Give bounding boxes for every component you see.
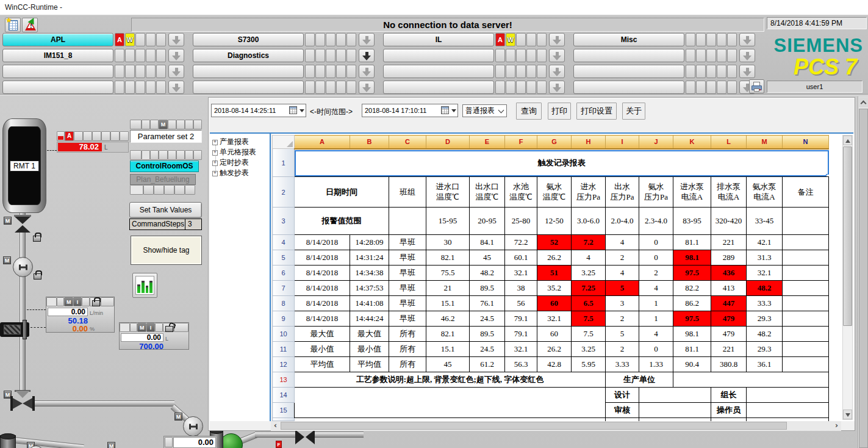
column-header-H[interactable]: H xyxy=(572,135,606,149)
print-report-button[interactable]: 打印 xyxy=(548,103,571,120)
tank-level-display[interactable]: A 78.02 L xyxy=(57,131,129,153)
nav-expand-arrow-icon[interactable] xyxy=(549,65,565,78)
alarm-range-label[interactable]: 报警值范围 xyxy=(295,208,389,235)
cell-value[interactable]: 2 xyxy=(606,311,639,327)
cell-value[interactable]: 89.5 xyxy=(470,281,505,296)
nav-button-empty[interactable] xyxy=(193,81,304,94)
cell-value[interactable]: 221 xyxy=(711,342,747,357)
cell-stat-label[interactable]: 平均值 xyxy=(295,357,350,372)
controlroom-button[interactable]: ControlRoomOS xyxy=(130,161,199,172)
cell-value[interactable]: 81.1 xyxy=(673,235,711,250)
cell-value[interactable]: 76.1 xyxy=(470,296,505,311)
nav-button-empty[interactable] xyxy=(573,81,684,94)
header-measurement[interactable]: 出水口 温度℃ xyxy=(470,177,505,208)
nav-expand-arrow-icon[interactable] xyxy=(359,65,375,78)
column-header-C[interactable]: C xyxy=(389,135,426,149)
cell-value[interactable]: 48.2 xyxy=(747,281,783,296)
scrollbar-thumb[interactable] xyxy=(281,422,787,430)
nav-button-empty[interactable] xyxy=(2,81,113,94)
column-header-N[interactable]: N xyxy=(783,135,829,149)
nav-expand-arrow-icon[interactable] xyxy=(549,81,565,94)
cell-value[interactable]: 46.2 xyxy=(426,311,470,327)
nav-button-empty[interactable] xyxy=(573,65,684,78)
cell-value[interactable]: 72.2 xyxy=(505,235,537,250)
sign-label[interactable]: 审核 xyxy=(606,403,639,418)
tree-item-0[interactable]: +产量报表 xyxy=(212,137,270,147)
cell-value[interactable]: 5.95 xyxy=(572,357,606,372)
cell-shift[interactable]: 早班 xyxy=(389,281,426,296)
cell-value[interactable]: 30 xyxy=(426,235,470,250)
cell-shift[interactable]: 所有 xyxy=(389,327,426,342)
cell-value[interactable]: 29.3 xyxy=(747,311,783,327)
nav-button-empty[interactable] xyxy=(573,49,684,62)
cell-value[interactable]: 2 xyxy=(639,266,673,281)
nav-button-empty[interactable] xyxy=(2,65,113,78)
header-shift[interactable]: 班组 xyxy=(389,177,426,208)
sheet-cell[interactable] xyxy=(747,388,829,403)
cell-shift[interactable]: 所有 xyxy=(389,357,426,372)
cell-value[interactable]: 32.1 xyxy=(505,342,537,357)
cell-value[interactable]: 26.2 xyxy=(537,250,572,266)
cell-time[interactable]: 14:31:24 xyxy=(350,250,389,266)
alarm-range-value[interactable]: 12-50 xyxy=(537,208,572,235)
row-header-15[interactable]: 15 xyxy=(273,403,295,418)
cell-time[interactable]: 14:37:53 xyxy=(350,281,389,296)
cell-value[interactable]: 79.1 xyxy=(505,311,537,327)
nav-expand-arrow-icon[interactable] xyxy=(739,65,755,78)
nav-expand-arrow-icon[interactable] xyxy=(359,49,375,62)
cell-value[interactable]: 82.1 xyxy=(426,327,470,342)
row-header-11[interactable]: 11 xyxy=(273,342,295,357)
row-header-9[interactable]: 9 xyxy=(273,311,295,327)
cell-stat-label[interactable]: 最大值 xyxy=(295,327,350,342)
cell-value[interactable]: 479 xyxy=(711,311,747,327)
cell-value[interactable]: 38 xyxy=(505,281,537,296)
cell-value[interactable]: 6.5 xyxy=(572,296,606,311)
header-note[interactable]: 备注 xyxy=(783,177,829,208)
cell-stat-label[interactable]: 平均值 xyxy=(350,357,389,372)
cell-value[interactable]: 79.1 xyxy=(505,327,537,342)
sheet-cell[interactable] xyxy=(389,208,426,235)
cell-date[interactable]: 8/14/2018 xyxy=(295,296,350,311)
nav-button-s7300[interactable]: S7300 xyxy=(193,33,304,46)
nav-expand-arrow-icon[interactable] xyxy=(359,33,375,46)
sheet-horizontal-scrollbar[interactable]: ‹ › xyxy=(271,421,841,431)
cell-value[interactable]: 479 xyxy=(711,327,747,342)
cell-value[interactable]: 81.1 xyxy=(673,342,711,357)
cell-value[interactable]: 60 xyxy=(537,296,572,311)
selection-handle[interactable] xyxy=(826,174,829,177)
cell-value[interactable]: 447 xyxy=(711,296,747,311)
print-button[interactable] xyxy=(749,79,764,93)
nav-button-il[interactable]: IL xyxy=(383,33,494,46)
alarm-range-value[interactable]: 3.0-6.0 xyxy=(572,208,606,235)
column-header-L[interactable]: L xyxy=(711,135,747,149)
column-header-D[interactable]: D xyxy=(426,135,470,149)
sheet-cell[interactable] xyxy=(783,327,829,342)
new-report-icon[interactable]: ★ xyxy=(5,18,21,32)
cell-value[interactable]: 29.3 xyxy=(747,342,783,357)
cell-value[interactable]: 52 xyxy=(537,235,572,250)
report-title-cell[interactable]: 触发记录报表 xyxy=(295,149,829,177)
sheet-cell[interactable] xyxy=(783,250,829,266)
cell-value[interactable]: 32.1 xyxy=(505,266,537,281)
cell-value[interactable]: 0 xyxy=(639,342,673,357)
sheet-cell[interactable] xyxy=(747,403,829,418)
sheet-cell[interactable] xyxy=(783,311,829,327)
cell-value[interactable]: 4 xyxy=(639,281,673,296)
three-way-valve-icon[interactable] xyxy=(10,390,35,410)
cell-time[interactable]: 14:34:38 xyxy=(350,266,389,281)
trend-chart-button[interactable] xyxy=(132,273,157,298)
column-header-G[interactable]: G xyxy=(537,135,572,149)
cell-value[interactable]: 1 xyxy=(639,296,673,311)
header-measurement[interactable]: 进水 压力Pa xyxy=(572,177,606,208)
sheet-cell[interactable] xyxy=(673,372,829,388)
sheet-cell[interactable] xyxy=(783,266,829,281)
cell-value[interactable]: 2 xyxy=(606,342,639,357)
cell-value[interactable]: 3.25 xyxy=(572,266,606,281)
cell-value[interactable]: 61.2 xyxy=(470,357,505,372)
cell-value[interactable]: 60 xyxy=(537,327,572,342)
row-header-4[interactable]: 4 xyxy=(273,235,295,250)
alarm-range-value[interactable]: 25-80 xyxy=(505,208,537,235)
cell-value[interactable]: 4 xyxy=(606,266,639,281)
column-header-J[interactable]: J xyxy=(639,135,673,149)
nav-button-im151_8[interactable]: IM151_8 xyxy=(2,49,113,62)
